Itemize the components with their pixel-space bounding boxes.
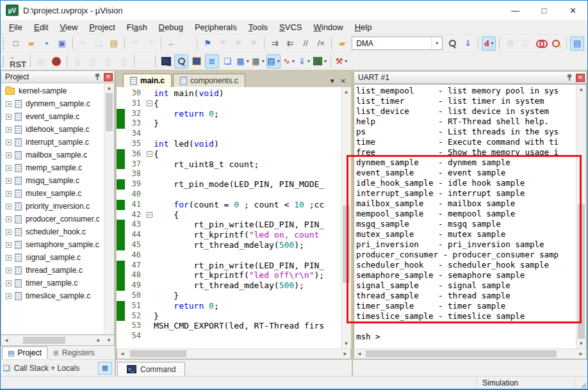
copy-icon[interactable]: ❏ — [92, 37, 106, 51]
menu-project[interactable]: Project — [83, 20, 120, 34]
expand-icon[interactable]: + — [6, 127, 12, 133]
scroll-right-icon[interactable]: ► — [340, 349, 350, 359]
scroll-up-icon[interactable]: ▲ — [576, 85, 586, 94]
expand-icon[interactable]: + — [6, 280, 12, 286]
show-next-statement-icon[interactable]: ▤ — [34, 54, 48, 69]
trace-window-icon[interactable]: ⇓▾ — [297, 54, 311, 69]
tree-item-event_sample-c[interactable]: +event_sample.c — [1, 110, 104, 123]
tab-project[interactable]: ▤ Project — [2, 346, 47, 359]
pin-icon[interactable] — [94, 73, 101, 81]
menu-peripherals[interactable]: Peripherals — [189, 20, 243, 34]
insert-breakpoint-icon[interactable] — [503, 37, 517, 51]
uart-horizontal-scrollbar[interactable]: ◄ ► — [354, 348, 587, 359]
scroll-thumb[interactable] — [23, 337, 65, 344]
search-combo[interactable]: DMA▾ — [352, 37, 443, 50]
symbol-window-icon[interactable]: S — [190, 54, 204, 69]
resize-grip[interactable]: ◢ — [575, 377, 587, 389]
scroll-right-icon[interactable]: ► — [94, 336, 104, 345]
menu-debug[interactable]: Debug — [153, 20, 189, 34]
memory-window-icon[interactable]: ▦▾ — [251, 54, 265, 69]
tree-item-mutex_sample-c[interactable]: +mutex_sample.c — [1, 187, 104, 200]
scroll-thumb[interactable] — [343, 206, 350, 283]
tree-item-thread_sample-c[interactable]: +thread_sample.c — [1, 264, 104, 277]
tree-item-semaphore_sample-c[interactable]: +semaphore_sample.c — [1, 238, 104, 251]
project-window-icon[interactable]: ▤ — [570, 37, 584, 51]
scroll-left-icon[interactable]: ◄ — [1, 336, 12, 345]
tree-item-msgq_sample-c[interactable]: +msgq_sample.c — [1, 174, 104, 187]
toolbox-icon[interactable]: ⚒▾ — [334, 54, 348, 69]
expand-icon[interactable]: + — [6, 204, 12, 209]
quick-find-icon[interactable]: d▾ — [482, 37, 496, 51]
tree-item-dynmem_sample-c[interactable]: +dynmem_sample.c — [1, 97, 104, 110]
expand-icon[interactable]: + — [6, 140, 12, 145]
maximize-button[interactable]: □ — [530, 1, 559, 20]
disassembly-window-icon[interactable] — [174, 54, 188, 69]
scroll-thumb[interactable] — [578, 204, 585, 339]
doc-tab-components-c[interactable]: components.c — [173, 74, 245, 87]
menu-svcs[interactable]: SVCS — [274, 20, 307, 34]
tab-registers[interactable]: ≣ Registers — [47, 346, 101, 359]
expand-icon[interactable]: + — [6, 152, 12, 158]
watch-window-icon[interactable]: ▦▾ — [236, 54, 250, 69]
scroll-thumb[interactable] — [130, 350, 186, 357]
tree-item-priority_inversion-c[interactable]: +priority_inversion.c — [1, 200, 104, 213]
uncomment-icon[interactable]: /× — [314, 37, 328, 51]
tree-root[interactable]: kernel-sample — [1, 85, 104, 97]
menu-file[interactable]: File — [3, 20, 28, 34]
close-button[interactable]: ✕ — [559, 1, 587, 20]
fold-collapse-icon[interactable]: − — [147, 101, 152, 106]
tree-item-idlehook_sample-c[interactable]: +idlehook_sample.c — [1, 123, 104, 136]
menu-view[interactable]: View — [54, 20, 83, 34]
expand-icon[interactable]: + — [6, 229, 12, 235]
navigate-back-icon[interactable]: ← — [164, 37, 178, 51]
tree-item-timer_sample-c[interactable]: +timer_sample.c — [1, 277, 104, 289]
callstack-window-icon[interactable]: ❏ — [220, 54, 234, 69]
step-into-icon[interactable]: {} — [70, 54, 85, 69]
undo-icon[interactable]: ↶ — [128, 37, 142, 51]
tab-command[interactable]: Command — [117, 362, 185, 376]
navigate-forward-icon[interactable]: → — [179, 37, 193, 51]
bookmark-clear-icon[interactable]: ⚑ — [247, 37, 261, 51]
scroll-thumb[interactable] — [366, 350, 557, 357]
expand-icon[interactable]: + — [6, 165, 12, 171]
disable-all-breakpoints-icon[interactable] — [534, 37, 548, 51]
close-panel-icon[interactable]: ✕ — [576, 74, 585, 82]
open-file-icon[interactable]: ▰ — [24, 37, 38, 51]
serial-window-icon[interactable]: ▤▾ — [266, 54, 281, 69]
expand-icon[interactable]: + — [6, 255, 12, 261]
paste-icon[interactable]: ▤ — [107, 37, 121, 51]
code-editor[interactable]: 30int main(void)31−{32 return 0;33}3435i… — [117, 87, 351, 348]
stop-debug-icon[interactable] — [49, 54, 63, 69]
find-files-folder-icon[interactable]: ▰ — [335, 37, 349, 51]
uart-terminal[interactable]: list_mempool - list memory pool in sysli… — [354, 84, 587, 348]
indent-icon[interactable]: ⇉ — [268, 37, 282, 51]
expand-icon[interactable]: + — [6, 114, 12, 120]
scroll-left-icon[interactable]: ◄ — [354, 349, 364, 359]
fold-collapse-icon[interactable]: − — [147, 151, 152, 157]
expand-icon[interactable]: + — [6, 216, 12, 222]
menu-flash[interactable]: Flash — [121, 20, 153, 34]
tab-list-dropdown-icon[interactable]: ▼ — [329, 77, 336, 85]
expand-icon[interactable]: + — [6, 191, 12, 197]
cut-icon[interactable]: ✂ — [76, 37, 90, 51]
pin-icon[interactable] — [566, 74, 573, 81]
scroll-up-icon[interactable]: ▲ — [341, 87, 351, 97]
scroll-down-icon[interactable]: ▼ — [341, 339, 351, 348]
close-panel-icon[interactable]: ✕ — [104, 73, 113, 81]
redo-icon[interactable]: ↷ — [143, 37, 158, 51]
registers-window-icon[interactable]: ≣ — [205, 54, 219, 69]
expand-icon[interactable]: + — [6, 268, 12, 273]
project-horizontal-scrollbar[interactable]: ◄ ► ▼ — [1, 335, 115, 346]
expand-icon[interactable]: + — [6, 293, 12, 299]
fold-collapse-icon[interactable]: − — [147, 212, 152, 218]
scroll-up-icon[interactable]: ▲ — [104, 83, 114, 93]
scroll-right-icon[interactable]: ► — [576, 349, 586, 359]
tree-item-memp_sample-c[interactable]: +memp_sample.c — [1, 161, 104, 174]
logic-analyzer-icon[interactable]: ∿▾ — [282, 54, 296, 69]
bookmark-prev-icon[interactable]: ⚑ — [231, 37, 245, 51]
scroll-left-icon[interactable]: ◄ — [117, 349, 127, 359]
menu-help[interactable]: Help — [349, 20, 378, 34]
tree-item-mailbox_sample-c[interactable]: +mailbox_sample.c — [1, 149, 104, 161]
menu-window[interactable]: Window — [307, 20, 348, 34]
menu-tools[interactable]: Tools — [243, 20, 274, 34]
